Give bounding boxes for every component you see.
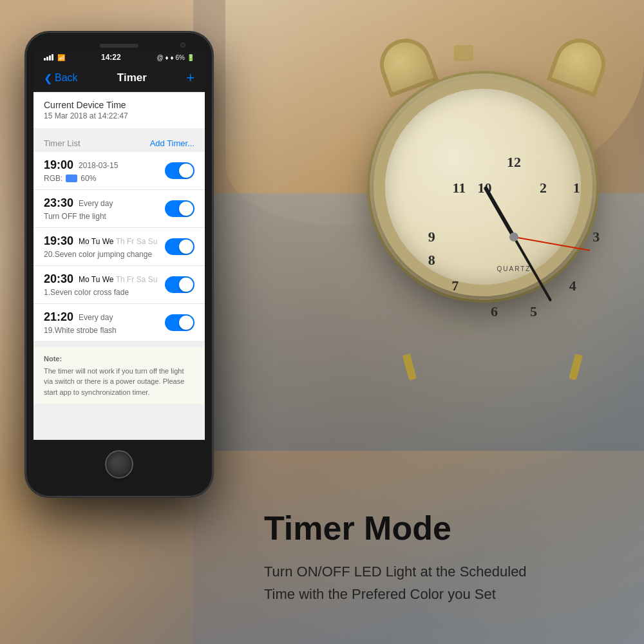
clock-second-hand [514,236,591,251]
device-time-title: Current Device Time [44,100,194,110]
timer-4-toggle-knob [179,278,193,292]
clock-bell-left [373,32,439,98]
timer-4-days-active: Mo Tu We [79,275,113,284]
timer-item-1-left: 19:00 2018-03-15 RGB: 60% [44,158,118,183]
timer-item-5-left: 21:20 Every day 19.White strobe flash [44,310,117,335]
clock-num-3: 3 [592,229,600,245]
timer-mode-desc-line2: Time with the Prefered Color you Set [264,586,496,602]
signal-bar-4 [52,54,53,61]
timer-3-days-inactive: Th Fr Sa Su [114,237,158,246]
nav-title: Timer [117,71,147,84]
note-text: The timer will not work if you turn off … [44,366,194,398]
timer-5-time-row: 21:20 Every day [44,310,117,324]
timer-item-4-left: 20:30 Mo Tu We Th Fr Sa Su 1.Seven color… [44,272,157,297]
note-label: Note: [44,354,194,365]
wifi-icon: 📶 [57,54,65,61]
clock-handle [454,45,473,61]
timer-2-toggle-knob [179,202,193,216]
timer-5-toggle[interactable] [165,314,194,331]
clock-hour-hand [483,186,515,238]
timer-3-date: Mo Tu We Th Fr Sa Su [79,237,157,246]
status-left: 📶 [44,54,65,61]
timer-4-toggle[interactable] [165,276,194,293]
note-section: Note: The timer will not work if you tur… [33,347,205,404]
timer-1-time-row: 19:00 2018-03-15 [44,158,118,172]
timer-1-time: 19:00 [44,158,73,172]
timer-item-5: 21:20 Every day 19.White strobe flash [33,304,205,342]
clock-body: 12 1 3 4 5 6 7 8 9 11 10 2 QUARTZ [374,77,592,296]
clock-center [509,232,518,242]
timer-4-date: Mo Tu We Th Fr Sa Su [79,275,157,284]
timer-2-desc: Turn OFF the light [44,212,106,221]
timer-2-toggle[interactable] [165,200,194,217]
timer-2-time: 23:30 [44,196,73,210]
signal-bar-3 [49,55,51,61]
clock-decoration: 12 1 3 4 5 6 7 8 9 11 10 2 QUARTZ [354,39,625,361]
timer-3-time-row: 19:30 Mo Tu We Th Fr Sa Su [44,234,157,248]
clock-num-4: 4 [569,278,576,294]
nav-bar[interactable]: ❮ Back Timer + [33,64,205,92]
device-time-section: Current Device Time 15 Mar 2018 at 14:22… [33,92,205,128]
add-button[interactable]: + [186,70,194,86]
timer-1-toggle[interactable] [165,162,194,179]
timer-mode-title: Timer Mode [264,510,625,547]
timer-4-days-inactive: Th Fr Sa Su [114,275,158,284]
phone-body: 📶 14:22 @ ♦ ♦ 6% 🔋 ❮ Back Timer + Curren… [26,32,213,497]
timer-4-time: 20:30 [44,272,73,286]
clock-num-5: 5 [530,303,537,320]
timer-3-detail: 20.Seven color jumping change [44,250,157,259]
timer-4-time-row: 20:30 Mo Tu We Th Fr Sa Su [44,272,157,286]
timer-item-3-left: 19:30 Mo Tu We Th Fr Sa Su 20.Seven colo… [44,234,157,259]
signal-bars [44,54,53,61]
timer-5-date: Every day [79,313,113,322]
phone-top [33,40,205,50]
add-timer-link[interactable]: Add Timer... [150,138,194,148]
timer-3-desc: 20.Seven color jumping change [44,250,152,259]
clock-num-6: 6 [491,303,498,320]
device-time-value: 15 Mar 2018 at 14:22:47 [44,111,194,120]
status-bar: 📶 14:22 @ ♦ ♦ 6% 🔋 [33,50,205,64]
clock-num-8: 8 [428,252,435,269]
timer-3-time: 19:30 [44,234,73,248]
timer-2-date: Every day [79,199,113,208]
timer-list-label: Timer List [44,138,80,148]
signal-bar-2 [46,57,48,61]
back-label: Back [55,72,78,84]
battery-icon: 🔋 [187,54,194,61]
timer-item-3: 19:30 Mo Tu We Th Fr Sa Su 20.Seven colo… [33,228,205,266]
clock-num-11: 11 [452,180,466,196]
speaker-grille [100,44,138,48]
bottom-text-section: Timer Mode Turn ON/OFF LED Light at the … [264,510,625,605]
back-chevron-icon: ❮ [44,72,52,84]
timer-mode-desc-line1: Turn ON/OFF LED Light at the Scheduled [264,564,527,580]
timer-mode-desc: Turn ON/OFF LED Light at the Scheduled T… [264,560,625,605]
timer-4-desc: 1.Seven color cross fade [44,288,129,297]
timer-5-desc: 19.White strobe flash [44,326,117,335]
clock-num-9: 9 [428,229,435,245]
screen-content: Current Device Time 15 Mar 2018 at 14:22… [33,92,205,440]
timer-1-date: 2018-03-15 [79,161,118,170]
clock-num-1: 1 [573,180,580,196]
status-icons: @ ♦ ♦ [157,54,174,61]
clock-quartz-label: QUARTZ [497,265,531,272]
clock-num-2: 2 [540,180,547,196]
timer-1-toggle-knob [179,164,193,178]
timer-item-2: 23:30 Every day Turn OFF the light [33,190,205,228]
timer-3-toggle-knob [179,240,193,254]
timer-item-2-left: 23:30 Every day Turn OFF the light [44,196,113,221]
timer-4-detail: 1.Seven color cross fade [44,288,157,297]
status-right: @ ♦ ♦ 6% 🔋 [157,54,194,61]
timer-item-1: 19:00 2018-03-15 RGB: 60% [33,152,205,190]
signal-bar-1 [44,58,46,61]
back-button[interactable]: ❮ Back [44,72,78,84]
clock-face: 12 1 3 4 5 6 7 8 9 11 10 2 QUARTZ [416,139,612,335]
home-button[interactable] [105,450,133,478]
timer-1-color-swatch [66,175,77,182]
timer-3-toggle[interactable] [165,238,194,255]
timer-1-percent: 60% [80,174,96,183]
timer-5-detail: 19.White strobe flash [44,326,117,335]
phone-bottom [33,440,205,489]
timer-1-detail: RGB: 60% [44,174,118,183]
clock-num-12: 12 [507,154,521,171]
phone: 📶 14:22 @ ♦ ♦ 6% 🔋 ❮ Back Timer + Curren… [26,32,225,497]
